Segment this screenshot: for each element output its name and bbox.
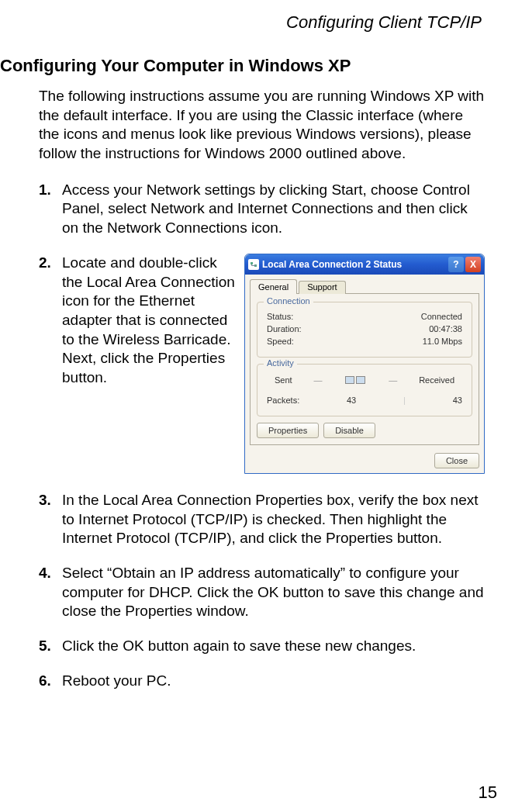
sent-label: Sent — [275, 375, 292, 385]
tab-support[interactable]: Support — [299, 281, 346, 294]
speed-label: Speed: — [267, 337, 294, 346]
window-title: Local Area Connection 2 Status — [262, 259, 445, 270]
step-1: 1. Access your Network settings by click… — [39, 181, 485, 238]
status-label: Status: — [267, 312, 293, 321]
close-button[interactable]: X — [465, 257, 481, 272]
divider-icon: | — [403, 396, 406, 405]
packets-received-value: 43 — [453, 396, 462, 405]
packets-sent-value: 43 — [347, 396, 356, 405]
status-value: Connected — [421, 312, 462, 321]
step-number: 3. — [39, 491, 62, 548]
duration-label: Duration: — [267, 324, 302, 333]
step-4: 4. Select “Obtain an IP address automati… — [39, 564, 485, 621]
running-header: Configuring Client TCP/IP — [0, 12, 485, 33]
monitors-icon — [344, 372, 367, 388]
dash-icon: — — [314, 375, 323, 385]
connection-legend: Connection — [264, 296, 313, 306]
activity-legend: Activity — [264, 358, 297, 368]
close-dialog-button[interactable]: Close — [434, 453, 479, 468]
step-text: Reboot your PC. — [62, 672, 485, 691]
step-number: 5. — [39, 637, 62, 656]
svg-rect-0 — [251, 262, 253, 264]
xp-tabs: General Support — [250, 279, 479, 294]
tab-general[interactable]: General — [250, 279, 297, 294]
section-heading: Configuring Your Computer in Windows XP — [0, 56, 485, 76]
step-number: 4. — [39, 564, 62, 621]
disable-button[interactable]: Disable — [323, 423, 375, 438]
step-number: 1. — [39, 181, 62, 238]
step-6: 6. Reboot your PC. — [39, 672, 485, 691]
dash-icon: — — [389, 375, 397, 385]
step-text: Select “Obtain an IP address automatical… — [62, 564, 485, 621]
step-2: 2. Locate and double-click the Local Are… — [39, 254, 238, 474]
connection-group: Connection Status: Connected Duration: 0… — [257, 302, 472, 358]
received-label: Received — [419, 375, 454, 385]
step-number: 2. — [39, 254, 62, 474]
step-5: 5. Click the OK button again to save the… — [39, 637, 485, 656]
page-number: 15 — [479, 783, 497, 803]
xp-titlebar[interactable]: Local Area Connection 2 Status ? X — [245, 254, 484, 275]
duration-value: 00:47:38 — [429, 324, 462, 333]
properties-button[interactable]: Properties — [257, 423, 319, 438]
speed-value: 11.0 Mbps — [423, 337, 462, 346]
activity-group: Activity Sent — — Received Packets: 43 | — [257, 364, 472, 416]
step-3: 3. In the Local Area Connection Properti… — [39, 491, 485, 548]
step-text: In the Local Area Connection Properties … — [62, 491, 485, 548]
step-text: Access your Network settings by clicking… — [62, 181, 485, 238]
step-number: 6. — [39, 672, 62, 691]
intro-paragraph: The following instructions assume you ar… — [39, 87, 485, 164]
network-icon — [248, 259, 259, 270]
packets-label: Packets: — [267, 396, 299, 405]
step-text: Locate and double-click the Local Area C… — [62, 254, 238, 474]
xp-status-dialog: Local Area Connection 2 Status ? X Gener… — [244, 254, 485, 474]
help-button[interactable]: ? — [448, 257, 464, 272]
step-text: Click the OK button again to save these … — [62, 637, 485, 656]
